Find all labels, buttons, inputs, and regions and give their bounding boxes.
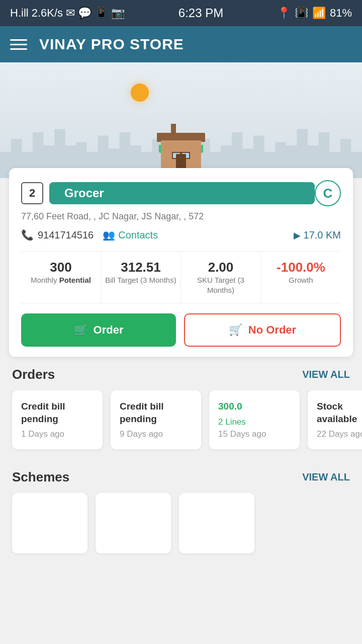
order-card-3[interactable]: 300.0 2 Lines 15 Days ago [209, 390, 300, 449]
phone-info[interactable]: 9141714516 [21, 229, 94, 241]
message-icon: ✉ [66, 7, 75, 20]
schemes-scroll-container[interactable] [0, 493, 362, 558]
scheme-card-1[interactable] [12, 493, 87, 553]
orders-section-header: Orders VIEW ALL [0, 357, 362, 390]
no-order-button-label: No Order [248, 324, 296, 337]
status-left: H.ill 2.6K/s ✉ 💬 📱 📷 [10, 7, 125, 20]
order-card-4[interactable]: Stockavailable 22 Days ago [308, 390, 362, 449]
action-buttons: Order 🛒 No Order [21, 313, 341, 347]
hamburger-line-3 [10, 48, 27, 50]
hamburger-line-2 [10, 44, 27, 45]
store-number-badge: 2 [21, 182, 43, 204]
stat-value-growth: -100.0% [265, 260, 337, 275]
store-card-header: 2 Grocer C [21, 180, 341, 206]
avatar[interactable]: C [315, 180, 341, 206]
stat-value-bill: 312.51 [105, 260, 176, 275]
orders-section-title: Orders [12, 367, 55, 382]
hamburger-line-1 [10, 39, 27, 41]
camera-icon: 📷 [111, 7, 125, 20]
navigation-icon [294, 229, 301, 241]
schemes-section-header: Schemes VIEW ALL [0, 459, 362, 493]
stat-monthly-potential: 300 Monthly Potential [21, 252, 101, 303]
store-base [161, 140, 201, 168]
store-type-badge: Grocer [49, 182, 315, 204]
schemes-section-title: Schemes [12, 469, 69, 485]
stat-label-growth: Growth [289, 276, 313, 284]
speed-indicator: 2.6K/s [32, 7, 63, 20]
order-card-4-date: 22 Days ago [317, 429, 362, 439]
scheme-card-2[interactable] [96, 493, 171, 553]
order-card-2[interactable]: Credit billpending 9 Days ago [111, 390, 201, 449]
stat-bill-target: 312.51 Bill Target (3 Months) [101, 252, 181, 303]
stat-label-sku: SKU Target (3 Months) [197, 276, 244, 294]
contacts-button[interactable]: Contacts [103, 229, 158, 241]
stat-growth: -100.0% Growth [261, 252, 341, 303]
stat-label-monthly: Monthly Potential [31, 276, 91, 284]
order-card-1[interactable]: Credit billpending 1 Days ago [12, 390, 103, 449]
order-card-2-date: 9 Days ago [120, 429, 192, 439]
location-status-icon: 📍 [277, 7, 291, 20]
store-contacts-row: 9141714516 Contacts 17.0 KM [21, 229, 341, 241]
order-card-3-lines: 2 Lines [218, 417, 291, 427]
phone-icon [21, 229, 34, 241]
hero-banner [0, 62, 362, 178]
store-chimney [171, 124, 176, 134]
store-illustration [156, 123, 206, 168]
distance-value: 17.0 KM [304, 229, 341, 241]
wifi-icon: 📶 [312, 7, 326, 20]
scheme-card-3[interactable] [179, 493, 254, 553]
schemes-view-all-button[interactable]: VIEW ALL [302, 471, 350, 483]
stat-sku-target: 2.00 SKU Target (3 Months) [181, 252, 261, 303]
vibrate-icon: 📳 [295, 7, 308, 20]
hamburger-menu[interactable] [10, 39, 27, 50]
order-card-1-date: 1 Days ago [21, 429, 94, 439]
stat-value-monthly: 300 [25, 260, 97, 275]
stats-grid: 300 Monthly Potential 312.51 Bill Target… [21, 251, 341, 303]
battery-indicator: 81% [330, 7, 352, 20]
no-order-icon: 🛒 [229, 324, 242, 337]
app-title: VINAY PRO STORE [39, 36, 184, 53]
order-button-label: Order [94, 324, 124, 337]
order-button[interactable]: Order [21, 313, 176, 347]
order-card-3-title: 300.0 [218, 400, 291, 413]
store-address: 77,60 Feet Road, , JC Nagar, JS Nagar, ,… [21, 211, 341, 222]
phone-number: 9141714516 [38, 229, 94, 241]
store-door [176, 154, 186, 168]
whatsapp-icon: 📱 [95, 7, 108, 20]
signal-icon: H.ill [10, 7, 29, 20]
order-card-1-title: Credit billpending [21, 400, 94, 425]
contacts-icon [103, 229, 115, 241]
orders-scroll-container[interactable]: Credit billpending 1 Days ago Credit bil… [0, 390, 362, 459]
contacts-label: Contacts [118, 229, 158, 241]
store-card: 2 Grocer C 77,60 Feet Road, , JC Nagar, … [9, 168, 353, 357]
order-card-3-date: 15 Days ago [218, 429, 291, 439]
order-card-4-title: Stockavailable [317, 400, 362, 425]
app-header: VINAY PRO STORE [0, 26, 362, 62]
order-card-2-title: Credit billpending [120, 400, 192, 425]
orders-view-all-button[interactable]: VIEW ALL [302, 369, 350, 380]
chat-icon: 💬 [78, 7, 92, 20]
schemes-section: Schemes VIEW ALL [0, 459, 362, 569]
status-time: 6:23 PM [178, 6, 223, 20]
status-right: 📍 📳 📶 81% [277, 7, 352, 20]
status-bar: H.ill 2.6K/s ✉ 💬 📱 📷 6:23 PM 📍 📳 📶 81% [0, 0, 362, 26]
sun-icon [131, 84, 149, 102]
stat-value-sku: 2.00 [185, 260, 256, 275]
stat-label-bill: Bill Target (3 Months) [105, 276, 176, 284]
order-cart-icon [74, 324, 87, 337]
distance-info: 17.0 KM [294, 229, 341, 241]
no-order-button[interactable]: 🛒 No Order [184, 313, 341, 347]
